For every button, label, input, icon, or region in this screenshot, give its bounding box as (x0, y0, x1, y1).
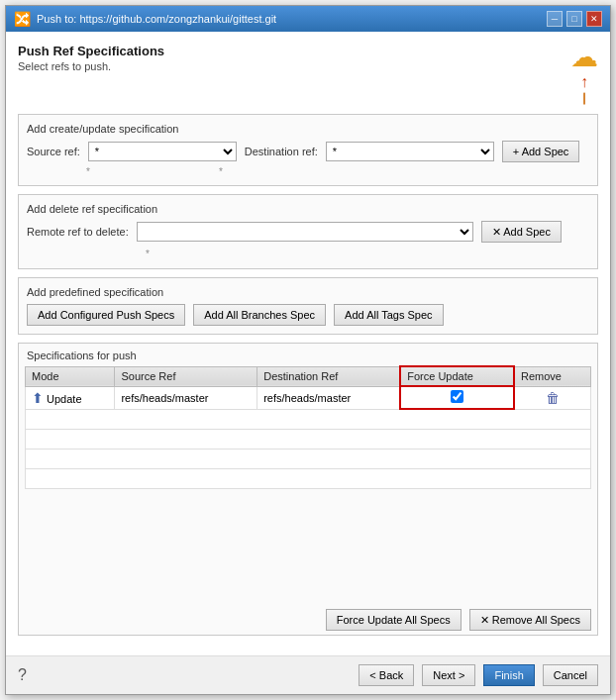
row-remove-cell: 🗑 (514, 386, 591, 409)
create-update-section: Add create/update specification Source r… (18, 114, 598, 186)
row-source-ref-value: refs/heads/master (121, 392, 208, 404)
create-update-title: Add create/update specification (27, 123, 589, 135)
specs-bottom-buttons: Force Update All Specs ✕ Remove All Spec… (19, 605, 597, 635)
header-icon-area: ☁ ↑ ┃ (570, 44, 598, 104)
force-update-all-specs-button[interactable]: Force Update All Specs (326, 609, 462, 631)
usb-icon: ┃ (581, 93, 587, 104)
maximize-button[interactable]: □ (566, 11, 582, 27)
dest-ref-select[interactable]: * (326, 142, 494, 161)
header-text: Push Ref Specifications Select refs to p… (18, 44, 164, 72)
row-source-ref-cell: refs/heads/master (115, 386, 257, 409)
window-title: Push to: https://github.com/zongzhankui/… (37, 13, 276, 25)
add-all-tags-spec-button[interactable]: Add All Tags Spec (334, 304, 443, 326)
empty-row-1 (26, 409, 591, 429)
row-mode-icon: ⬆ (32, 390, 44, 406)
page-title: Push Ref Specifications (18, 44, 164, 58)
footer-nav-buttons: < Back Next > Finish Cancel (359, 664, 598, 686)
cancel-button[interactable]: Cancel (543, 664, 598, 686)
source-ref-label: Source ref: (27, 146, 80, 157)
source-ref-select[interactable]: * (88, 142, 237, 161)
delete-asterisk: * (146, 249, 150, 259)
dest-asterisk: * (219, 166, 223, 177)
window-icon: 🔀 (14, 11, 31, 27)
specs-for-push-section: Specifications for push Mode Source Ref … (18, 343, 598, 636)
predefined-buttons-row: Add Configured Push Specs Add All Branch… (27, 304, 589, 326)
delete-ref-title: Add delete ref specification (27, 203, 589, 215)
col-force-update: Force Update (400, 366, 514, 386)
specs-table-container: Mode Source Ref Destination Ref Force Up… (25, 365, 591, 599)
next-button[interactable]: Next > (422, 664, 475, 686)
force-update-checkbox[interactable] (451, 390, 463, 403)
help-icon[interactable]: ? (18, 666, 27, 684)
add-all-branches-spec-button[interactable]: Add All Branches Spec (193, 304, 326, 326)
back-button[interactable]: < Back (359, 664, 414, 686)
specs-table: Mode Source Ref Destination Ref Force Up… (25, 365, 591, 489)
titlebar: 🔀 Push to: https://github.com/zongzhanku… (6, 6, 610, 32)
row-mode-cell: ⬆ Update (26, 386, 115, 409)
remove-row-icon[interactable]: 🗑 (546, 390, 560, 406)
specs-table-body: ⬆ Update refs/heads/master refs/heads/ma… (26, 386, 591, 488)
main-window: 🔀 Push to: https://github.com/zongzhanku… (5, 5, 611, 695)
minimize-button[interactable]: ─ (547, 11, 563, 27)
row-dest-ref-cell: refs/heads/master (257, 386, 401, 409)
remote-ref-select[interactable] (137, 222, 473, 242)
row-dest-ref-value: refs/heads/master (263, 392, 351, 404)
dest-ref-label: Destination ref: (245, 146, 318, 157)
empty-row-3 (26, 449, 591, 468)
table-row: ⬆ Update refs/heads/master refs/heads/ma… (26, 386, 591, 409)
remove-all-specs-button[interactable]: ✕ Remove All Specs (469, 609, 591, 631)
main-content: Push Ref Specifications Select refs to p… (6, 32, 610, 655)
upload-arrow-icon: ↑ (580, 73, 588, 91)
cloud-icon: ☁ (570, 44, 598, 71)
specs-for-push-title: Specifications for push (19, 344, 597, 365)
finish-button[interactable]: Finish (483, 664, 534, 686)
specs-table-head: Mode Source Ref Destination Ref Force Up… (26, 366, 591, 386)
col-source-ref: Source Ref (115, 366, 257, 386)
predefined-section: Add predefined specification Add Configu… (18, 277, 598, 335)
remote-ref-label: Remote ref to delete: (27, 226, 129, 238)
header-area: Push Ref Specifications Select refs to p… (18, 44, 598, 104)
add-spec-button-1[interactable]: + Add Spec (502, 141, 580, 162)
row-force-update-cell (400, 386, 514, 409)
remote-ref-row: Remote ref to delete: ✕ Add Spec (27, 221, 589, 243)
titlebar-left: 🔀 Push to: https://github.com/zongzhanku… (14, 11, 276, 27)
add-spec-button-2[interactable]: ✕ Add Spec (481, 221, 562, 243)
add-configured-push-specs-button[interactable]: Add Configured Push Specs (27, 304, 185, 326)
empty-row-4 (26, 468, 591, 488)
footer: ? < Back Next > Finish Cancel (6, 655, 610, 694)
close-button[interactable]: ✕ (586, 11, 602, 27)
source-ref-row: Source ref: * Destination ref: * + Add S… (27, 141, 589, 162)
source-asterisk: * (86, 166, 90, 177)
empty-row-2 (26, 429, 591, 449)
page-subtitle: Select refs to push. (18, 60, 164, 72)
delete-ref-section: Add delete ref specification Remote ref … (18, 194, 598, 269)
col-remove: Remove (514, 366, 591, 386)
row-mode-value: Update (47, 393, 81, 405)
predefined-title: Add predefined specification (27, 286, 589, 298)
col-dest-ref: Destination Ref (257, 366, 401, 386)
col-mode: Mode (26, 366, 115, 386)
titlebar-controls: ─ □ ✕ (547, 11, 602, 27)
specs-table-header-row: Mode Source Ref Destination Ref Force Up… (26, 366, 591, 386)
